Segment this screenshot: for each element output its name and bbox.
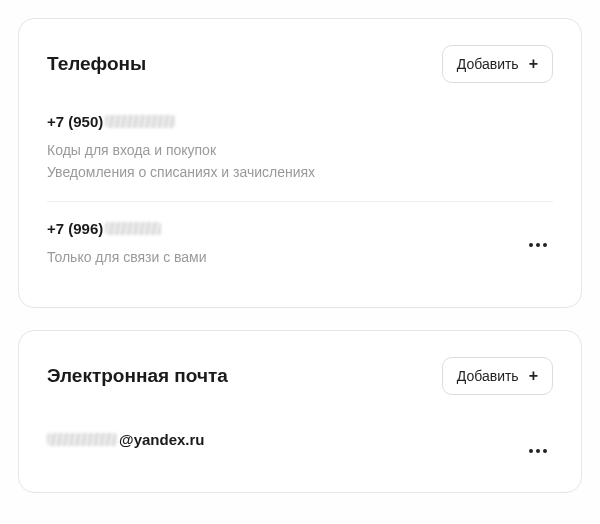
- plus-icon: +: [529, 368, 538, 384]
- email-local-redacted: [47, 433, 117, 446]
- email-address: @yandex.ru: [47, 431, 553, 448]
- more-icon: [529, 449, 533, 453]
- add-button-label: Добавить: [457, 368, 519, 384]
- phones-add-button[interactable]: Добавить +: [442, 45, 553, 83]
- add-button-label: Добавить: [457, 56, 519, 72]
- email-header: Электронная почта Добавить +: [47, 357, 553, 395]
- phones-card: Телефоны Добавить + +7 (950) Коды для вх…: [18, 18, 582, 308]
- phone-desc: Только для связи с вами: [47, 247, 553, 269]
- phone-desc: Коды для входа и покупок Уведомления о с…: [47, 140, 553, 183]
- more-icon: [536, 449, 540, 453]
- phone-number: +7 (950): [47, 113, 553, 130]
- phone-item: +7 (950) Коды для входа и покупок Уведом…: [47, 111, 553, 201]
- email-item: @yandex.ru: [47, 429, 553, 472]
- phone-number: +7 (996): [47, 220, 553, 237]
- phone-more-button[interactable]: [523, 237, 553, 253]
- email-card: Электронная почта Добавить + @yandex.ru: [18, 330, 582, 493]
- phones-header: Телефоны Добавить +: [47, 45, 553, 83]
- plus-icon: +: [529, 56, 538, 72]
- email-more-button[interactable]: [523, 443, 553, 459]
- phone-redacted: [105, 222, 161, 235]
- phone-prefix: +7 (996): [47, 220, 103, 237]
- more-icon: [543, 243, 547, 247]
- more-icon: [529, 243, 533, 247]
- email-domain: @yandex.ru: [119, 431, 205, 448]
- phone-desc-line: Уведомления о списаниях и зачислениях: [47, 162, 553, 184]
- phone-desc-line: Коды для входа и покупок: [47, 140, 553, 162]
- more-icon: [543, 449, 547, 453]
- more-icon: [536, 243, 540, 247]
- email-title: Электронная почта: [47, 365, 228, 387]
- phone-item: +7 (996) Только для связи с вами: [47, 201, 553, 287]
- phone-redacted: [105, 115, 175, 128]
- email-add-button[interactable]: Добавить +: [442, 357, 553, 395]
- phone-desc-line: Только для связи с вами: [47, 247, 553, 269]
- phone-prefix: +7 (950): [47, 113, 103, 130]
- phones-title: Телефоны: [47, 53, 146, 75]
